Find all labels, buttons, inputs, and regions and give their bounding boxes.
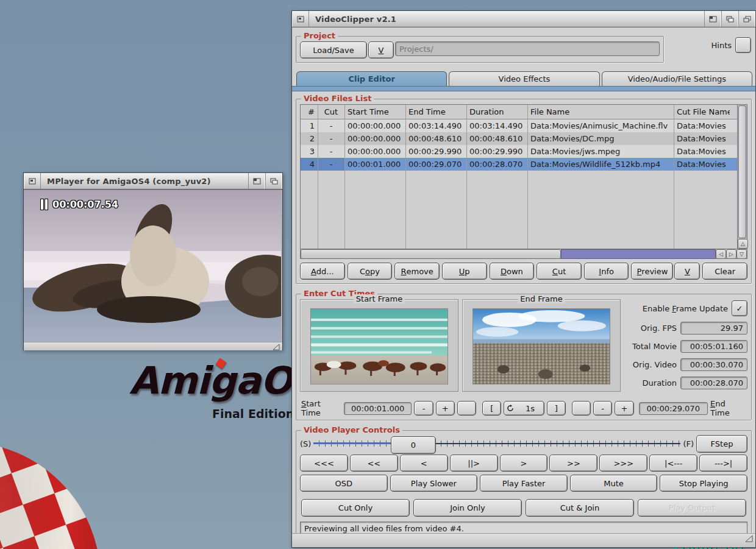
- step-forward-button[interactable]: >: [500, 455, 548, 472]
- pause-icon: [41, 199, 48, 210]
- remove-button[interactable]: Remove: [394, 263, 440, 280]
- mplayer-zoom-button[interactable]: [248, 173, 265, 189]
- info-button[interactable]: Info: [584, 263, 629, 280]
- total-movie-label: Total Movie: [632, 342, 677, 351]
- boing-ball-icon: [0, 442, 105, 549]
- video-files-list-group: Video Files List # Cut Start Time End Ti…: [296, 99, 752, 284]
- scroll-left-button[interactable]: ◁: [716, 249, 726, 259]
- seals-video-frame: [24, 190, 281, 342]
- col-header-file-name[interactable]: File Name: [527, 105, 674, 119]
- copy-button[interactable]: Copy: [348, 263, 393, 280]
- load-save-popup-button[interactable]: V: [368, 41, 394, 58]
- up-button[interactable]: Up: [442, 263, 487, 280]
- seek-slider[interactable]: 0: [313, 437, 680, 450]
- total-movie-value: 00:05:01.160: [680, 340, 747, 353]
- amigaos-logo: AmigaOS: [129, 358, 318, 403]
- join-only-button[interactable]: Join Only: [413, 499, 522, 517]
- mplayer-close-button[interactable]: [24, 173, 41, 189]
- seek-slider-handle[interactable]: 0: [391, 436, 436, 454]
- clear-button[interactable]: Clear: [702, 263, 747, 280]
- start-plus-button[interactable]: +: [436, 401, 455, 416]
- mplayer-titlebar[interactable]: MPlayer for AmigaOS4 (comp_yuv2): [24, 173, 282, 189]
- table-row[interactable]: 2-00:00:00.00000:00:48.61000:00:48.610Da…: [301, 132, 737, 145]
- enable-frame-update-checkbox[interactable]: ✓: [732, 300, 747, 316]
- col-header-cut[interactable]: Cut: [318, 105, 344, 119]
- videoclipper-depth-button[interactable]: [738, 11, 755, 27]
- end-minus-button[interactable]: -: [593, 401, 612, 416]
- slider-start-label: (S): [300, 439, 311, 448]
- set-end-bracket-button[interactable]: ]: [547, 401, 566, 416]
- video-player-controls-label: Video Player Controls: [301, 425, 402, 434]
- end-time-field[interactable]: 00:00:29.070: [639, 402, 708, 415]
- enable-frame-update-label: Enable Frame Update: [643, 304, 728, 313]
- hints-checkbox[interactable]: [735, 37, 751, 53]
- project-path-input[interactable]: [395, 41, 660, 56]
- col-header-start-time[interactable]: Start Time: [344, 105, 405, 119]
- orig-video-label: Orig. Video: [633, 360, 677, 369]
- cut-and-join-button[interactable]: Cut & Join: [526, 499, 634, 517]
- videoclipper-titlebar[interactable]: VideoClipper v2.1: [292, 11, 755, 27]
- step-size-cycle-button[interactable]: 1s: [504, 401, 544, 416]
- mplayer-osd: 00:00:07.54: [41, 199, 118, 210]
- videoclipper-window: VideoClipper v2.1 Project Load/Save V: [291, 10, 756, 548]
- end-plus-button[interactable]: +: [615, 401, 633, 416]
- col-header-duration[interactable]: Duration: [466, 105, 527, 119]
- down-button[interactable]: Down: [490, 263, 535, 280]
- col-header-cut-file-name[interactable]: Cut File Name: [674, 105, 730, 119]
- videoclipper-iconify-button[interactable]: [704, 11, 721, 27]
- videoclipper-resize-handle[interactable]: [745, 535, 754, 542]
- step-back-button[interactable]: <: [400, 455, 448, 472]
- forward-button[interactable]: >>: [549, 455, 597, 472]
- col-header-num[interactable]: #: [301, 105, 318, 119]
- horizontal-scrollbar[interactable]: ◁ ▷ ▽: [301, 249, 747, 259]
- start-frame-thumbnail: [310, 308, 448, 384]
- forward-fast-button[interactable]: >>>: [599, 455, 647, 472]
- slider-end-label: (F): [683, 439, 694, 448]
- rewind-button[interactable]: <<: [350, 455, 398, 472]
- osd-button[interactable]: OSD: [300, 475, 388, 492]
- orig-video-value: 00:00:30.070: [680, 358, 747, 371]
- play-slower-button[interactable]: Play Slower: [390, 475, 478, 492]
- table-row[interactable]: 1-00:00:00.00000:03:14.49000:03:14.490Da…: [301, 119, 737, 132]
- preview-popup-button[interactable]: V: [674, 263, 700, 280]
- end-step-disabled-button: [572, 401, 591, 416]
- osd-timestamp: 00:00:07.54: [52, 199, 118, 210]
- mute-button[interactable]: Mute: [570, 475, 658, 492]
- seek-slider-fill: [313, 442, 398, 444]
- scroll-up-button[interactable]: △: [738, 239, 748, 249]
- start-minus-button[interactable]: -: [414, 401, 433, 416]
- horizontal-scrollbar-track[interactable]: [561, 249, 716, 259]
- videoclipper-zoom-button[interactable]: [721, 11, 738, 27]
- scroll-down-button[interactable]: ▽: [736, 249, 747, 259]
- tab-video-effects[interactable]: Video Effects: [449, 71, 599, 86]
- add-button[interactable]: Add...: [300, 263, 345, 280]
- mplayer-depth-button[interactable]: [265, 173, 282, 189]
- fstep-button[interactable]: FStep: [696, 435, 747, 453]
- play-faster-button[interactable]: Play Faster: [480, 475, 568, 492]
- stop-playing-button[interactable]: Stop Playing: [660, 475, 747, 492]
- tab-video-audio-file-settings[interactable]: Video/Audio/File Settings: [602, 71, 752, 86]
- orig-fps-value: 29.97: [680, 322, 747, 335]
- set-start-bracket-button[interactable]: [: [482, 401, 501, 416]
- mplayer-resize-handle[interactable]: [273, 344, 280, 350]
- horizontal-scrollbar-thumb[interactable]: [301, 249, 561, 259]
- goto-start-button[interactable]: |<---: [649, 455, 697, 472]
- videoclipper-close-button[interactable]: [292, 11, 309, 27]
- preview-button[interactable]: Preview: [631, 263, 673, 280]
- col-header-end-time[interactable]: End Time: [405, 105, 466, 119]
- play-pause-button[interactable]: ||>: [450, 455, 498, 472]
- load-save-button[interactable]: Load/Save: [300, 41, 367, 58]
- table-row[interactable]: 3-00:00:00.00000:00:29.99000:00:29.990Da…: [301, 145, 737, 158]
- table-row-selected[interactable]: 4-00:00:01.00000:00:29.07000:00:28.070Da…: [301, 158, 737, 171]
- start-time-field[interactable]: 00:00:01.000: [344, 402, 412, 415]
- cut-button[interactable]: Cut: [537, 263, 582, 280]
- rewind-fast-button[interactable]: <<<: [300, 455, 348, 472]
- duration-value: 00:00:28.070: [680, 377, 747, 389]
- vertical-scrollbar[interactable]: △: [737, 105, 747, 249]
- desktop: AmigaOS Final Edition STUDIO 101 MPlayer…: [0, 0, 756, 549]
- scroll-right-button[interactable]: ▷: [726, 249, 736, 259]
- vertical-scrollbar-thumb[interactable]: [738, 105, 746, 238]
- tab-clip-editor[interactable]: Clip Editor: [296, 71, 447, 86]
- cut-only-button[interactable]: Cut Only: [301, 499, 410, 517]
- goto-end-button[interactable]: --->|: [699, 455, 747, 472]
